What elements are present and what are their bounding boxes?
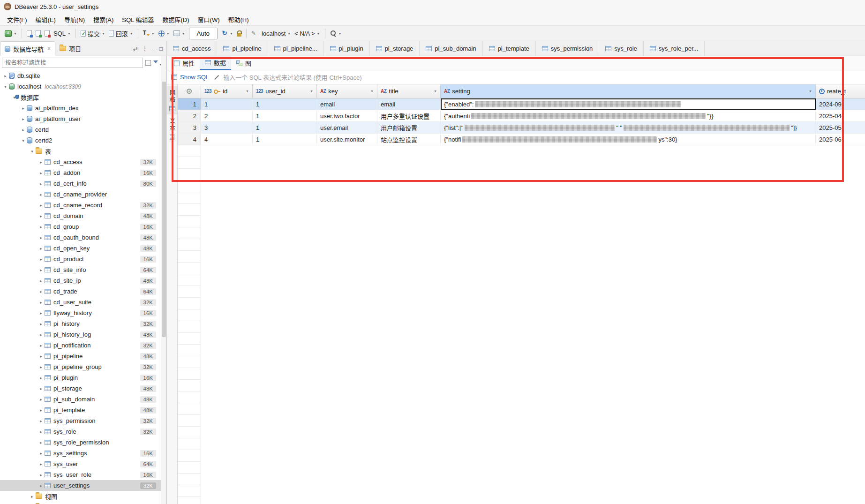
chevron-collapsed-icon[interactable]: ▸ <box>38 332 44 337</box>
chevron-collapsed-icon[interactable]: ▸ <box>38 192 44 197</box>
empty-row-number-cell[interactable] <box>178 239 201 251</box>
lock-button[interactable] <box>235 29 243 38</box>
chevron-collapsed-icon[interactable]: ▸ <box>20 128 26 132</box>
sidebar-scrollbar[interactable] <box>161 56 166 504</box>
empty-row-number-cell[interactable] <box>178 298 201 309</box>
transaction-filter-button[interactable]: ▼ <box>141 28 157 38</box>
sql-menu-button[interactable]: SQL▼ <box>52 28 73 39</box>
editor-tab[interactable]: cd_access <box>167 41 217 56</box>
tree-item-pi_history[interactable]: ▸pi_history32K <box>0 318 166 329</box>
empty-row-number-cell[interactable] <box>178 462 201 474</box>
cell-setting[interactable]: {"authenti"}} <box>441 110 816 121</box>
search-button[interactable]: ▼ <box>328 28 344 38</box>
empty-row-number-cell[interactable] <box>178 309 201 321</box>
tree-item-sys_role[interactable]: ▸sys_role32K <box>0 426 166 437</box>
cell-id[interactable]: 1 <box>201 98 253 110</box>
chevron-collapsed-icon[interactable]: ▸ <box>38 171 44 175</box>
chevron-collapsed-icon[interactable]: ▸ <box>38 181 44 186</box>
empty-row-number-cell[interactable] <box>178 204 201 216</box>
menu-item[interactable]: 窗口(W) <box>194 14 224 25</box>
tree-item-cd_cname_provider[interactable]: ▸cd_cname_provider <box>0 189 166 200</box>
connection-filter-input[interactable] <box>2 58 143 68</box>
connection-selector[interactable]: localhost▼ <box>260 28 293 39</box>
tree-item-certd[interactable]: ▸certd <box>0 124 166 135</box>
menu-item[interactable]: 帮助(H) <box>224 14 253 25</box>
empty-row-number-cell[interactable] <box>178 474 201 485</box>
tree-item-cd_site_ip[interactable]: ▸cd_site_ip48K <box>0 275 166 286</box>
tree-item-sys_user[interactable]: ▸sys_user64K <box>0 459 166 469</box>
cell-user-id[interactable]: 1 <box>253 134 317 145</box>
tree-item-cd_access[interactable]: ▸cd_access32K <box>0 157 166 167</box>
auto-commit-button[interactable]: Auto <box>189 28 218 39</box>
empty-row-number-cell[interactable] <box>178 145 201 157</box>
column-header-key[interactable]: AZkey▼ <box>317 84 377 98</box>
cell-setting[interactable]: {"list":["" ""]} <box>441 122 816 133</box>
column-header-user_id[interactable]: 123user_id▼ <box>253 84 317 98</box>
tree-item-[interactable]: ▾表 <box>0 146 166 157</box>
menu-item[interactable]: SQL 编辑器 <box>118 14 158 25</box>
chevron-collapsed-icon[interactable]: ▸ <box>38 462 44 466</box>
row-number-cell[interactable]: 1 <box>178 98 201 110</box>
row-number-cell[interactable]: 2 <box>178 110 201 121</box>
tab-data[interactable]: 数据 <box>200 56 231 70</box>
menu-item[interactable]: 导航(N) <box>60 14 89 25</box>
tree-item-[interactable]: ▸视图 <box>0 491 166 502</box>
column-dropdown-icon[interactable]: ▼ <box>246 90 249 93</box>
chevron-expanded-icon[interactable]: ▾ <box>20 138 26 143</box>
chevron-collapsed-icon[interactable]: ▸ <box>38 354 44 359</box>
tree-item-cd_domain[interactable]: ▸cd_domain48K <box>0 211 166 221</box>
menu-item[interactable]: 数据库(D) <box>158 14 194 25</box>
empty-row-number-cell[interactable] <box>178 251 201 263</box>
maximize-icon[interactable]: □ <box>159 45 163 52</box>
tree-item-pi_template[interactable]: ▸pi_template48K <box>0 405 166 415</box>
editor-tab[interactable]: pi_pipeline <box>217 41 268 56</box>
cell-user-id[interactable]: 1 <box>253 122 317 133</box>
chevron-collapsed-icon[interactable]: ▸ <box>38 257 44 262</box>
chevron-collapsed-icon[interactable]: ▸ <box>38 300 44 305</box>
tree-item-cd_open_key[interactable]: ▸cd_open_key48K <box>0 243 166 254</box>
tree-item-partial[interactable]: ▸ <box>0 502 166 504</box>
tree-item-cd_cname_record[interactable]: ▸cd_cname_record32K <box>0 200 166 211</box>
cell-create-time[interactable]: 2024-09- <box>816 98 865 110</box>
tree-item-localhost[interactable]: ▾localhostlocalhost:3309 <box>0 81 166 92</box>
tree-item-cd_addon[interactable]: ▸cd_addon16K <box>0 167 166 178</box>
chevron-collapsed-icon[interactable]: ▸ <box>38 160 44 165</box>
empty-row-number-cell[interactable] <box>178 427 201 438</box>
tree-item-pi_sub_domain[interactable]: ▸pi_sub_domain48K <box>0 394 166 405</box>
new-connection-button[interactable]: ▼ <box>3 28 19 39</box>
empty-row-number-cell[interactable] <box>178 192 201 204</box>
cell-id[interactable]: 3 <box>201 122 253 133</box>
tree-item-pi_pipeline_group[interactable]: ▸pi_pipeline_group32K <box>0 361 166 372</box>
refresh-button[interactable]: ↻▼ <box>219 28 235 38</box>
expand-filter-icon[interactable] <box>213 75 219 80</box>
empty-row-number-cell[interactable] <box>178 274 201 286</box>
cell-key[interactable]: email <box>317 98 377 110</box>
chevron-collapsed-icon[interactable]: ▸ <box>38 419 44 423</box>
empty-row-number-cell[interactable] <box>178 485 201 497</box>
chevron-expanded-icon[interactable]: ▾ <box>29 149 35 154</box>
tree-item-[interactable]: ▾数据库 <box>0 92 166 103</box>
filter-expression-placeholder[interactable]: 输入一个 SQL 表达式来过滤结果 (使用 Ctrl+Space) <box>223 73 361 82</box>
chevron-collapsed-icon[interactable]: ▸ <box>38 408 44 413</box>
cell-title[interactable]: email <box>377 98 441 110</box>
collapse-all-icon[interactable] <box>145 60 151 66</box>
tab-diagram[interactable]: 图 <box>231 56 256 70</box>
cell-setting[interactable]: {"enabled": <box>441 98 816 110</box>
editor-tab[interactable]: pi_sub_domain <box>420 41 482 56</box>
tree-item-cd_group[interactable]: ▸cd_group16K <box>0 221 166 232</box>
cell-id[interactable]: 4 <box>201 134 253 145</box>
tree-item-flyway_history[interactable]: ▸flyway_history16K <box>0 308 166 318</box>
empty-row-number-cell[interactable] <box>178 356 201 368</box>
cell-key[interactable]: user.two.factor <box>317 110 377 121</box>
empty-row-number-cell[interactable] <box>178 321 201 333</box>
empty-row-number-cell[interactable] <box>178 450 201 462</box>
tree-item-sys_settings[interactable]: ▸sys_settings16K <box>0 448 166 459</box>
editor-tab[interactable]: pi_plugin <box>324 41 370 56</box>
tree-item-cd_trade[interactable]: ▸cd_trade64K <box>0 286 166 297</box>
chevron-collapsed-icon[interactable]: ▸ <box>38 235 44 240</box>
tree-item-cd_oauth_bound[interactable]: ▸cd_oauth_bound48K <box>0 232 166 243</box>
filter-funnel-icon[interactable] <box>153 60 160 66</box>
chevron-collapsed-icon[interactable]: ▸ <box>38 343 44 348</box>
new-sql-editor-button[interactable] <box>25 28 34 38</box>
tree-item-pi_notification[interactable]: ▸pi_notification32K <box>0 340 166 351</box>
